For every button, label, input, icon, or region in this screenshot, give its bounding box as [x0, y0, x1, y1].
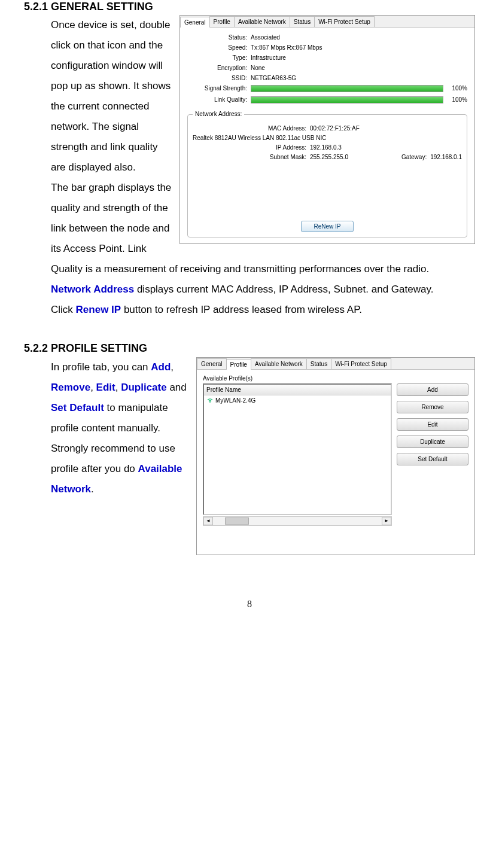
profile-list[interactable]: Profile Name MyWLAN-2.4G [203, 383, 392, 515]
term-renew-ip: Renew IP [76, 304, 121, 315]
page-number: 8 [24, 595, 475, 614]
term-edit: Edit [96, 382, 115, 393]
heading-521: 5.2.1 GENERAL SETTING [24, 0, 475, 14]
renew-ip-button[interactable]: ReNew IP [301, 221, 353, 232]
term-network-address: Network Address [51, 284, 134, 295]
tab2-general[interactable]: General [197, 358, 227, 369]
edit-button[interactable]: Edit [397, 418, 468, 431]
column-profile-name[interactable]: Profile Name [204, 385, 391, 395]
tab-general[interactable]: General [180, 17, 210, 28]
term-add: Add [151, 361, 171, 373]
p3: Network Address displays current MAC Add… [51, 279, 475, 300]
term-set-default: Set Default [51, 402, 104, 413]
label-speed: Speed: [187, 44, 247, 51]
tab2-wifi-protect[interactable]: Wi-Fi Protect Setup [331, 358, 391, 369]
profile-panel: Available Profile(s) Profile Name MyWLAN… [197, 370, 474, 555]
wifi-icon [206, 397, 214, 404]
label-gateway: Gateway: [401, 153, 427, 161]
label-ssid: SSID: [187, 74, 247, 82]
p4: Click Renew IP button to refresh IP addr… [51, 300, 475, 320]
general-panel: Status:Associated Speed:Tx:867 Mbps Rx:8… [180, 28, 474, 243]
value-speed: Tx:867 Mbps Rx:867 Mbps [251, 44, 322, 51]
set-default-button[interactable]: Set Default [397, 453, 468, 465]
tab-profile[interactable]: Profile [209, 16, 235, 27]
scroll-thumb[interactable] [225, 517, 249, 525]
value-status: Associated [251, 33, 280, 41]
label-ip: IP Address: [193, 144, 306, 151]
term-remove: Remove [51, 382, 90, 393]
tab2-profile[interactable]: Profile [226, 359, 251, 370]
value-ssid: NETGEAR63-5G [251, 74, 296, 82]
label-nic: Realtek 8812AU Wireless LAN 802.11ac USB… [193, 134, 326, 142]
tab2-status[interactable]: Status [306, 358, 331, 369]
label-subnet: Subnet Mask: [193, 153, 306, 161]
value-gateway: 192.168.0.1 [430, 153, 462, 161]
available-profiles-label: Available Profile(s) [203, 374, 468, 382]
general-setting-window: General Profile Available Network Status… [179, 15, 475, 244]
network-address-box: Network Address: MAC Address:00:02:72:F1… [187, 114, 467, 237]
label-link-quality: Link Quality: [187, 96, 247, 103]
signal-strength-percent: 100% [447, 84, 467, 92]
scroll-left-icon[interactable]: ◄ [203, 517, 213, 525]
duplicate-button[interactable]: Duplicate [397, 435, 468, 448]
signal-strength-bar [251, 85, 443, 92]
scroll-right-icon[interactable]: ► [382, 517, 391, 525]
add-button[interactable]: Add [397, 383, 468, 396]
tab-strip-2: General Profile Available Network Status… [197, 358, 474, 370]
value-subnet: 255.255.255.0 [310, 153, 348, 161]
label-mac: MAC Address: [193, 124, 306, 132]
label-status: Status: [187, 33, 247, 41]
profile-item-name: MyWLAN-2.4G [215, 397, 255, 404]
value-ip: 192.168.0.3 [310, 144, 342, 151]
list-item[interactable]: MyWLAN-2.4G [204, 395, 391, 406]
value-type: Infrastructure [251, 54, 286, 62]
label-type: Type: [187, 54, 247, 62]
tab-available-network[interactable]: Available Network [234, 16, 290, 27]
link-quality-bar [251, 96, 443, 103]
value-encryption: None [251, 64, 265, 72]
label-encryption: Encryption: [187, 64, 247, 72]
remove-button[interactable]: Remove [397, 401, 468, 413]
term-duplicate: Duplicate [121, 382, 167, 393]
network-address-title: Network Address: [193, 110, 244, 118]
tab-status[interactable]: Status [290, 16, 315, 27]
heading-522: 5.2.2 PROFILE SETTING [24, 342, 475, 355]
label-signal-strength: Signal Strength: [187, 84, 247, 92]
horizontal-scrollbar[interactable]: ◄ ► [203, 516, 392, 526]
tab2-available-network[interactable]: Available Network [251, 358, 307, 369]
tab-wifi-protect[interactable]: Wi-Fi Protect Setup [314, 16, 375, 27]
section-522: 5.2.2 PROFILE SETTING General Profile Av… [24, 342, 475, 558]
tab-strip: General Profile Available Network Status… [180, 16, 474, 28]
profile-setting-window: General Profile Available Network Status… [196, 357, 475, 555]
link-quality-percent: 100% [447, 96, 467, 103]
value-mac: 00:02:72:F1:25:AF [310, 124, 360, 132]
section-521: 5.2.1 GENERAL SETTING General Profile Av… [24, 0, 475, 320]
